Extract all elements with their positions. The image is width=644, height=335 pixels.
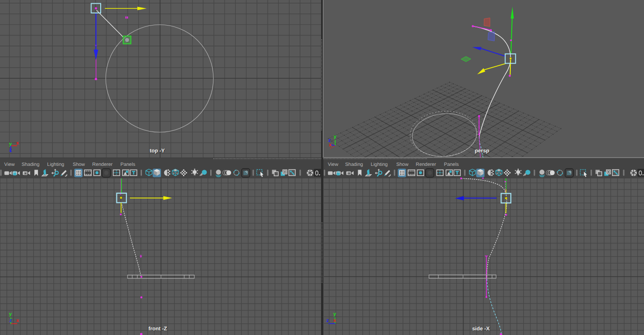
svg-text:x: x (333, 318, 336, 323)
svg-text:top -Y: top -Y (150, 148, 165, 154)
svg-text:Lighting: Lighting (47, 162, 64, 167)
svg-text:y: y (334, 134, 337, 139)
svg-text:z: z (9, 147, 12, 153)
svg-text:x: x (16, 140, 19, 146)
svg-text:Lighting: Lighting (371, 162, 388, 167)
svg-text:Show: Show (396, 162, 409, 167)
svg-text:Panels: Panels (120, 162, 135, 167)
svg-text:Renderer: Renderer (416, 162, 436, 167)
svg-text:View: View (328, 162, 338, 167)
svg-text:z: z (9, 318, 12, 323)
svg-text:x: x (16, 318, 19, 323)
svg-text:Shading: Shading (345, 162, 363, 167)
svg-text:side -X: side -X (472, 326, 490, 332)
svg-text:z: z (326, 318, 329, 323)
svg-text:Panels: Panels (444, 162, 459, 167)
svg-text:persp: persp (475, 148, 489, 154)
svg-text:y: y (333, 311, 336, 317)
svg-text:x: x (329, 142, 332, 148)
svg-text:Show: Show (73, 162, 85, 167)
svg-text:y: y (9, 311, 12, 317)
svg-text:View: View (4, 162, 15, 167)
svg-text:front -Z: front -Z (148, 326, 167, 332)
svg-text:Shading: Shading (22, 162, 40, 167)
svg-text:Renderer: Renderer (92, 162, 113, 167)
